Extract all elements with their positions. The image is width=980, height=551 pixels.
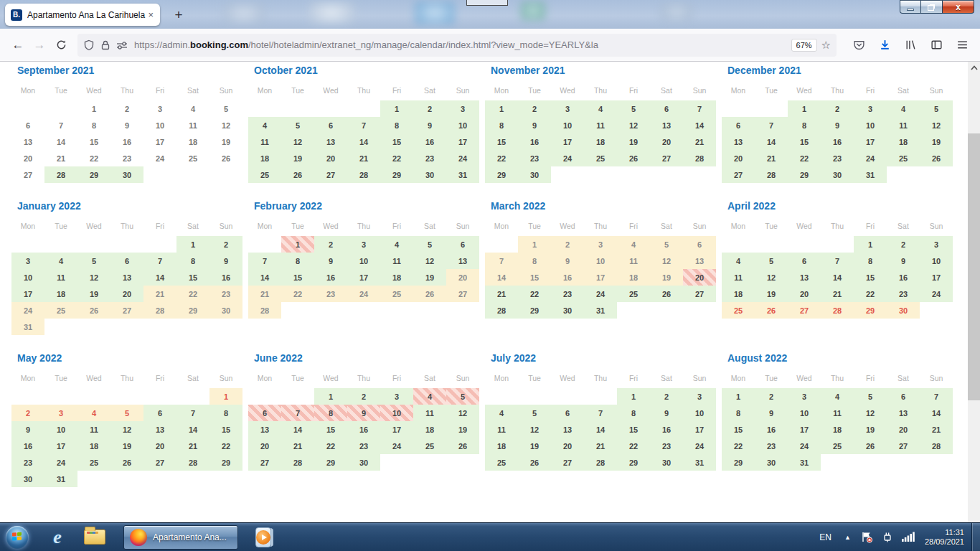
day-cell[interactable]: 2 <box>551 236 584 253</box>
day-cell[interactable]: 6 <box>446 236 479 253</box>
day-cell[interactable]: 23 <box>11 454 44 471</box>
downloads-button[interactable] <box>874 34 895 56</box>
day-cell[interactable]: 30 <box>209 302 242 319</box>
day-cell[interactable]: 9 <box>11 421 44 438</box>
day-cell[interactable]: 24 <box>920 286 953 302</box>
day-cell[interactable]: 28 <box>920 438 953 454</box>
day-cell[interactable]: 7 <box>755 117 788 133</box>
day-cell[interactable]: 31 <box>788 454 821 471</box>
day-cell[interactable]: 6 <box>551 405 584 421</box>
day-cell[interactable]: 4 <box>617 236 650 253</box>
day-cell[interactable]: 5 <box>281 117 314 133</box>
day-cell[interactable]: 20 <box>722 150 755 166</box>
day-cell[interactable]: 23 <box>347 438 380 454</box>
url-text[interactable]: https://admin.booking.com/hotel/hoteladm… <box>134 39 787 50</box>
day-cell[interactable]: 4 <box>413 388 446 405</box>
day-cell[interactable]: 29 <box>176 302 209 319</box>
day-cell[interactable]: 16 <box>11 438 44 454</box>
day-cell[interactable]: 12 <box>854 405 887 421</box>
day-cell[interactable]: 16 <box>110 133 143 150</box>
day-cell[interactable]: 17 <box>446 133 479 150</box>
day-cell[interactable]: 28 <box>821 302 854 319</box>
day-cell[interactable]: 12 <box>413 253 446 269</box>
day-cell[interactable]: 18 <box>77 438 110 454</box>
day-cell[interactable]: 30 <box>110 166 143 183</box>
day-cell[interactable]: 3 <box>551 100 584 117</box>
day-cell[interactable]: 22 <box>617 438 650 454</box>
day-cell[interactable]: 3 <box>920 236 953 253</box>
day-cell[interactable]: 16 <box>314 269 347 286</box>
day-cell[interactable]: 1 <box>314 388 347 405</box>
day-cell[interactable]: 2 <box>110 100 143 117</box>
day-cell[interactable]: 22 <box>485 150 518 166</box>
day-cell[interactable]: 5 <box>413 236 446 253</box>
day-cell[interactable]: 13 <box>143 421 176 438</box>
start-button[interactable] <box>6 526 29 549</box>
day-cell[interactable]: 7 <box>485 253 518 269</box>
day-cell[interactable]: 19 <box>110 438 143 454</box>
day-cell[interactable]: 12 <box>518 421 551 438</box>
day-cell[interactable]: 13 <box>248 421 281 438</box>
day-cell[interactable]: 22 <box>854 286 887 302</box>
day-cell[interactable]: 23 <box>314 286 347 302</box>
day-cell[interactable]: 4 <box>176 100 209 117</box>
day-cell[interactable]: 14 <box>821 269 854 286</box>
day-cell[interactable]: 12 <box>920 117 953 133</box>
day-cell[interactable]: 17 <box>380 421 413 438</box>
day-cell[interactable]: 6 <box>650 100 683 117</box>
tray-expand-arrow[interactable]: ▲ <box>839 534 857 541</box>
browser-tab[interactable]: B. Apartamento Ana La Carihuela × <box>5 4 160 26</box>
day-cell[interactable]: 18 <box>413 421 446 438</box>
day-cell[interactable]: 1 <box>209 388 242 405</box>
day-cell[interactable]: 9 <box>755 405 788 421</box>
day-cell[interactable]: 5 <box>650 236 683 253</box>
day-cell[interactable]: 5 <box>110 405 143 421</box>
day-cell[interactable]: 15 <box>518 269 551 286</box>
day-cell[interactable]: 19 <box>413 269 446 286</box>
day-cell[interactable]: 24 <box>446 150 479 166</box>
day-cell[interactable]: 30 <box>650 454 683 471</box>
day-cell[interactable]: 9 <box>887 253 920 269</box>
day-cell[interactable]: 10 <box>920 253 953 269</box>
day-cell[interactable]: 3 <box>446 100 479 117</box>
reload-button[interactable] <box>50 34 72 56</box>
lock-icon[interactable] <box>100 39 110 51</box>
signal-button[interactable] <box>897 532 919 542</box>
day-cell[interactable]: 22 <box>380 150 413 166</box>
day-cell[interactable]: 20 <box>551 438 584 454</box>
day-cell[interactable]: 28 <box>584 454 617 471</box>
day-cell[interactable]: 6 <box>722 117 755 133</box>
day-cell[interactable]: 3 <box>347 236 380 253</box>
day-cell[interactable]: 26 <box>518 454 551 471</box>
day-cell[interactable]: 12 <box>755 269 788 286</box>
day-cell[interactable]: 15 <box>485 133 518 150</box>
day-cell[interactable]: 6 <box>110 253 143 269</box>
show-desktop-button[interactable] <box>971 523 980 551</box>
day-cell[interactable]: 18 <box>44 286 77 302</box>
media-player-button[interactable] <box>242 525 271 550</box>
day-cell[interactable]: 4 <box>584 100 617 117</box>
day-cell[interactable]: 11 <box>77 421 110 438</box>
day-cell[interactable]: 28 <box>755 166 788 183</box>
day-cell[interactable]: 13 <box>11 133 44 150</box>
day-cell[interactable]: 8 <box>77 117 110 133</box>
day-cell[interactable]: 1 <box>722 388 755 405</box>
day-cell[interactable]: 31 <box>44 471 77 487</box>
day-cell[interactable]: 21 <box>176 438 209 454</box>
day-cell[interactable]: 27 <box>887 438 920 454</box>
day-cell[interactable]: 11 <box>617 253 650 269</box>
day-cell[interactable]: 18 <box>722 286 755 302</box>
day-cell[interactable]: 14 <box>44 133 77 150</box>
day-cell[interactable]: 21 <box>485 286 518 302</box>
day-cell[interactable]: 5 <box>446 388 479 405</box>
day-cell[interactable]: 6 <box>11 117 44 133</box>
day-cell[interactable]: 17 <box>11 286 44 302</box>
day-cell[interactable]: 16 <box>518 133 551 150</box>
day-cell[interactable]: 9 <box>347 405 380 421</box>
day-cell[interactable]: 25 <box>176 150 209 166</box>
day-cell[interactable]: 1 <box>788 100 821 117</box>
day-cell[interactable]: 27 <box>314 166 347 183</box>
day-cell[interactable]: 12 <box>446 405 479 421</box>
day-cell[interactable]: 26 <box>920 150 953 166</box>
day-cell[interactable]: 10 <box>347 253 380 269</box>
